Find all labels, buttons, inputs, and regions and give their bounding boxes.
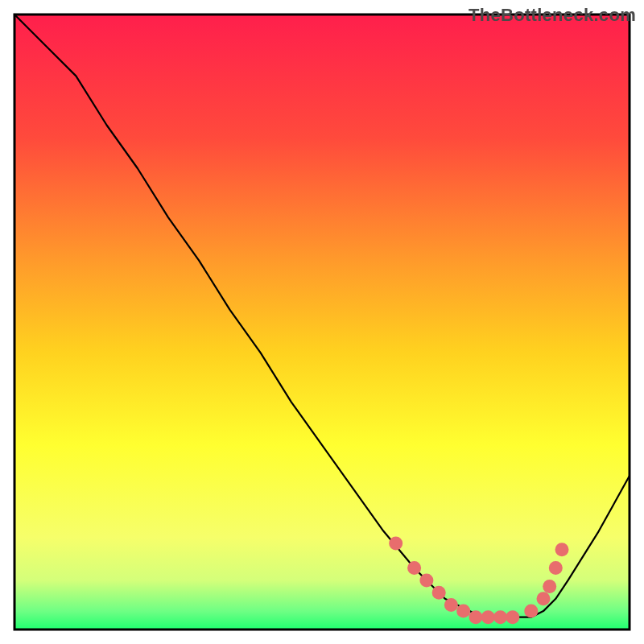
watermark-text: TheBottleneck.com [469,5,636,26]
curve-marker [543,580,556,593]
curve-marker [506,610,519,624]
curve-marker [444,598,458,612]
curve-marker [456,605,470,618]
curve-marker [407,561,421,575]
chart-background [14,14,630,630]
curve-marker [537,592,551,605]
curve-marker [549,561,563,575]
curve-marker [389,537,402,551]
curve-marker [469,610,483,624]
curve-marker [419,573,433,587]
curve-marker [493,610,507,624]
curve-marker [524,605,538,618]
chart-container: TheBottleneck.com [0,0,644,644]
curve-marker [432,586,446,600]
bottleneck-curve-chart [0,0,644,644]
curve-marker [481,610,495,624]
curve-marker [555,543,569,556]
